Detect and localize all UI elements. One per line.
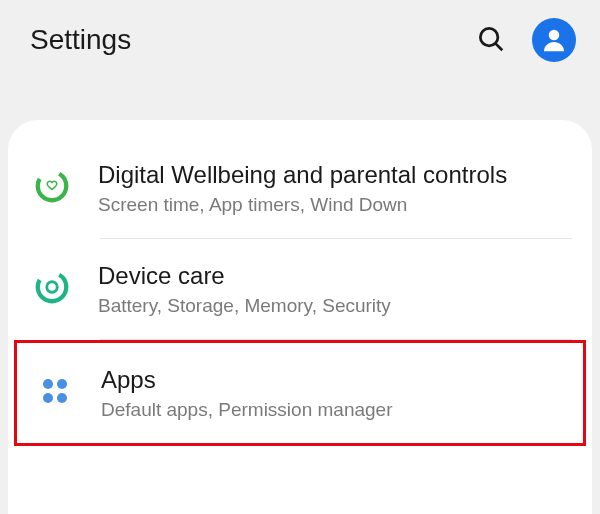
item-text-group: Apps Default apps, Permission manager — [101, 365, 392, 421]
device-care-icon — [32, 267, 72, 307]
profile-button[interactable] — [532, 18, 576, 62]
item-title: Digital Wellbeing and parental controls — [98, 160, 507, 190]
settings-item-apps[interactable]: Apps Default apps, Permission manager — [17, 343, 583, 443]
apps-icon — [35, 371, 75, 411]
svg-point-4 — [38, 273, 67, 302]
settings-item-device-care[interactable]: Device care Battery, Storage, Memory, Se… — [8, 239, 592, 339]
item-text-group: Digital Wellbeing and parental controls … — [98, 160, 507, 216]
digital-wellbeing-icon — [32, 166, 72, 206]
item-subtitle: Default apps, Permission manager — [101, 399, 392, 421]
svg-line-1 — [495, 43, 502, 50]
item-subtitle: Battery, Storage, Memory, Security — [98, 295, 391, 317]
highlight-box: Apps Default apps, Permission manager — [14, 340, 586, 446]
svg-point-3 — [38, 172, 67, 201]
item-text-group: Device care Battery, Storage, Memory, Se… — [98, 261, 391, 317]
page-title: Settings — [30, 24, 131, 56]
item-subtitle: Screen time, App timers, Wind Down — [98, 194, 507, 216]
settings-list-card: Digital Wellbeing and parental controls … — [8, 120, 592, 514]
svg-point-2 — [549, 30, 560, 41]
svg-point-5 — [47, 282, 57, 292]
search-button[interactable] — [472, 20, 510, 61]
header-actions — [472, 18, 576, 62]
settings-item-digital-wellbeing[interactable]: Digital Wellbeing and parental controls … — [8, 138, 592, 238]
search-icon — [476, 24, 506, 57]
item-title: Device care — [98, 261, 391, 291]
item-title: Apps — [101, 365, 392, 395]
svg-point-0 — [480, 28, 498, 46]
profile-icon — [532, 18, 576, 62]
settings-header: Settings — [0, 0, 600, 80]
